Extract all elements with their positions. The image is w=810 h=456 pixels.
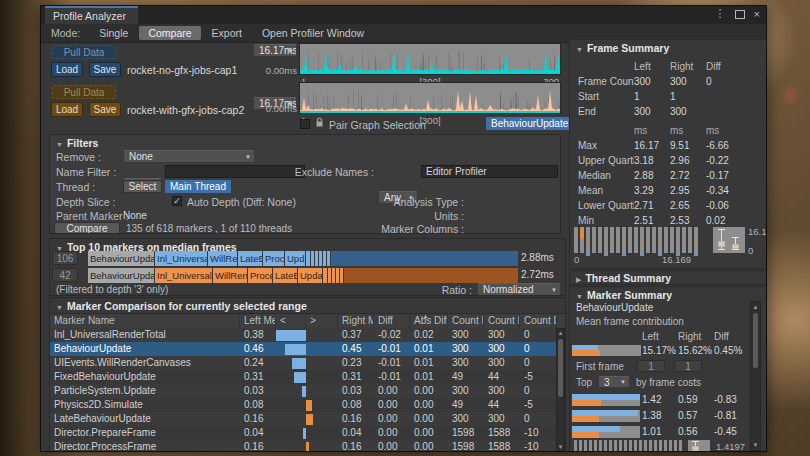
marker-segment-small[interactable] [311,251,314,266]
marker-segment-small[interactable] [327,251,330,266]
marker-segment[interactable]: LateB [238,251,262,266]
scroll-up-icon[interactable]: ▲ [557,330,564,336]
top-cost-row: 1.380.57-0.81 [570,409,767,423]
marker-boxplot[interactable] [688,440,710,452]
marker-comparison-title[interactable]: ▼Marker Comparison for currently selecte… [56,300,307,312]
exclude-names-input[interactable]: Editor Profiler [421,165,558,178]
column-header-marker-name[interactable]: Marker Name [50,314,240,328]
table-row[interactable]: LateBehaviourUpdate0.160.160.000.0030030… [50,412,558,426]
marker-segment[interactable]: BehaviourUpdate [88,268,154,283]
marker-segment[interactable]: Inl_UniversalRe [155,268,212,283]
median-frame-button[interactable]: 106 [52,251,78,265]
pull-data-button-left[interactable]: Pull Data [52,45,116,59]
table-row[interactable]: Inl_UniversalRenderTotal0.380.37-0.020.0… [50,328,558,342]
frame-time-graph-left[interactable] [299,43,561,75]
marker-segment[interactable]: WillRen [208,251,237,266]
marker-segment-small[interactable] [323,268,327,283]
compare-button[interactable]: Compare [54,222,120,234]
marker-segment[interactable]: Proce [248,268,272,283]
marker-segment[interactable]: WillRende [213,268,247,283]
marker-summary-scrollbar[interactable]: ▲ ▼ [750,301,761,451]
frame-time-boxplot[interactable] [713,227,745,253]
save-button-right[interactable]: Save [89,102,121,117]
pull-data-button-right[interactable]: Pull Data [52,85,116,99]
auto-depth-checkbox[interactable]: ✓ [172,196,182,206]
table-scrollbar-thumb[interactable] [558,339,563,397]
marker-segment-small[interactable] [306,251,310,266]
scroll-down-icon[interactable]: ▼ [751,442,760,448]
frame-time-graph-right[interactable] [299,82,561,114]
table-cell: 0.16 [240,440,276,452]
scroll-down-icon[interactable]: ▼ [557,444,564,450]
marker-segment-small[interactable] [336,268,339,283]
table-cell: 300 [448,412,484,426]
filters-title[interactable]: ▼Filters [56,137,98,149]
ratio-dropdown[interactable]: Normalized▼ [477,283,561,296]
column-header-[interactable]: > [306,314,338,328]
frame-summary-title[interactable]: ▼Frame Summary [576,42,669,54]
marker-histogram[interactable] [574,440,684,452]
load-button-left[interactable]: Load [51,62,83,77]
pair-graph-selection-label: Pair Graph Selection [329,119,426,131]
marker-segment[interactable]: BehaviourUpdate [88,251,154,266]
table-cell: 49 [448,370,484,384]
marker-segment[interactable]: Inl_UniversalR [155,251,207,266]
pair-graph-selection-checkbox[interactable] [300,119,310,129]
column-header-left-me[interactable]: Left Me [240,314,276,328]
frame-time-histogram[interactable] [574,227,706,253]
thread-summary-panel[interactable]: ▶Thread Summary [569,270,767,285]
table-row[interactable]: UIEvents.WillRenderCanvases0.240.23-0.01… [50,356,558,370]
thread-select-button[interactable]: Select [123,180,162,193]
table-row[interactable]: Director.PrepareFrame0.040.040.000.00159… [50,426,558,440]
name-filter-input[interactable] [165,165,305,178]
load-button-right[interactable]: Load [51,102,83,117]
table-cell [276,440,306,452]
scroll-up-icon[interactable]: ▲ [751,304,760,310]
top-n-dropdown[interactable]: 3▼ [598,376,630,388]
marker-segment[interactable]: Upd [285,251,305,266]
remove-dropdown[interactable]: None▼ [123,150,255,163]
table-row[interactable]: Director.ProcessFrame0.160.160.000.00159… [50,440,558,452]
marker-segment-small[interactable] [315,251,318,266]
marker-segment-small[interactable] [319,251,322,266]
graph-scale-dropdown-left[interactable]: 16.17ms▼ [253,44,297,57]
column-header-right-m[interactable]: Right M [338,314,374,328]
column-header-[interactable]: < [276,314,306,328]
marker-segment[interactable]: LateB [273,268,297,283]
marker-segment-small[interactable] [332,268,335,283]
top-marker-row: 42BehaviourUpdateInl_UniversalReWillRend… [50,268,566,283]
column-header-diff[interactable]: Diff [374,314,410,328]
diff-bar-left [276,330,306,341]
column-header-abs-diff[interactable]: Abs Diff▴ [410,314,448,328]
column-header-count-d[interactable]: Count D [520,314,557,328]
table-row[interactable]: FixedBehaviourUpdate0.310.31-0.010.01494… [50,370,558,384]
thread-summary-title[interactable]: ▶Thread Summary [576,272,671,284]
histogram-bar [622,227,626,253]
marker-summary-title[interactable]: ▼Marker Summary [576,289,672,301]
marker-segment-small[interactable] [323,251,326,266]
marker-summary-scrollbar-thumb[interactable] [753,313,758,368]
table-row[interactable]: Physics2D.Simulate0.080.080.000.004944-5 [50,398,558,412]
column-header-count-l[interactable]: Count L [448,314,484,328]
table-cell [306,370,338,384]
first-frame-left-button[interactable]: 1 [637,360,665,372]
marker-segment[interactable]: Upda [298,268,322,283]
marker-timeline-bar[interactable]: BehaviourUpdateInl_UniversalReWillRendeP… [88,268,518,283]
parent-marker-label: Parent Marker : [56,210,128,222]
selected-marker-chip[interactable]: BehaviourUpdate [486,117,573,130]
table-scrollbar[interactable]: ▲ ▼ [556,328,565,452]
marker-segment-small[interactable] [328,268,331,283]
column-header-count-r[interactable]: Count R [484,314,520,328]
cost-bar [570,425,642,439]
save-button-left[interactable]: Save [89,62,121,77]
thread-value-chip[interactable]: Main Thread [165,180,231,193]
marker-segment-small[interactable] [340,268,343,283]
marker-timeline-bar[interactable]: BehaviourUpdateInl_UniversalRWillRenLate… [88,251,518,266]
top-cost-row: 1.420.59-0.83 [570,393,767,407]
table-row[interactable]: ParticleSystem.Update0.030.030.000.00300… [50,384,558,398]
median-frame-button[interactable]: 42 [52,268,78,282]
table-row[interactable]: BehaviourUpdate0.460.45-0.010.013003000 [50,342,558,356]
marker-segment[interactable]: Proc [263,251,284,266]
first-frame-right-button[interactable]: 1 [674,360,702,372]
summary-row: Min2.512.530.02 [570,214,767,228]
